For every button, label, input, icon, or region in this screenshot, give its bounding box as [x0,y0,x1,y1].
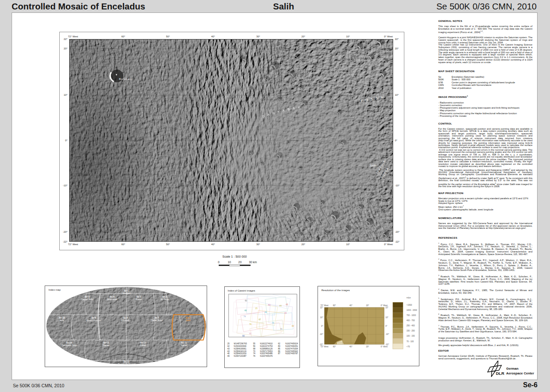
svg-text:Kasim: Kasim [136,298,142,301]
svg-text:68: 68 [253,348,256,350]
svg-text:-10°: -10° [320,333,324,335]
svg-text:67: 67 [259,319,261,321]
svg-text:Resolution of the images: Resolution of the images [321,289,350,292]
svg-text:Salih: Salih [370,164,376,167]
svg-text:62: 62 [278,343,281,345]
svg-text:N1637465486: N1637465486 [260,352,273,355]
svg-text:Salah Sulci: Salah Sulci [151,319,162,322]
svg-text:20°: 20° [366,346,369,348]
svg-text:25: 25 [227,343,230,345]
svg-text:N1602274753: N1602274753 [260,345,273,347]
svg-text:Harran: Harran [103,344,110,346]
svg-text:-10°: -10° [385,333,389,335]
svg-text:42: 42 [227,345,230,347]
svg-text:40°: 40° [349,304,352,307]
svg-text:Bahman: Bahman [119,77,132,80]
svg-text:43: 43 [286,304,288,306]
svg-text:Damascus Sulcus: Damascus Sulcus [118,363,135,365]
svg-text:Ali Baba: Ali Baba [161,298,169,301]
svg-text:87: 87 [278,352,281,355]
svg-text:400 - 700: 400 - 700 [406,319,415,322]
svg-text:44: 44 [279,305,282,307]
svg-text:N1584051633: N1584051633 [234,352,247,355]
svg-text:Index map: Index map [49,289,61,291]
svg-text:N1602274610: N1602274610 [260,343,273,345]
svg-text:N1637465624: N1637465624 [285,343,298,345]
svg-text:70 - 100: 70 - 100 [406,340,414,343]
svg-text:60°: 60° [333,346,336,348]
svg-text:Cashmere Sulci: Cashmere Sulci [61,344,76,346]
svg-text:German: German [506,367,519,371]
svg-text:Aziz: Aziz [60,319,64,322]
svg-text:N1584039961: N1584039961 [234,348,247,350]
svg-text:N1637470054: N1637470054 [285,348,298,350]
svg-text:150 - 250: 150 - 250 [406,330,415,332]
svg-text:DLR: DLR [496,371,504,376]
svg-text:40: 40 [265,311,267,313]
svg-text:74: 74 [253,352,256,355]
svg-text:10: 10 [228,261,231,264]
svg-text:Sindbad: Sindbad [122,292,131,295]
svg-text:66: 66 [249,333,252,335]
svg-text:20°: 20° [366,304,369,307]
svg-text:83: 83 [278,345,281,347]
svg-text:<70: <70 [406,346,410,348]
svg-text:700 - 1000: 700 - 1000 [406,314,416,316]
svg-text:30: 30 [249,261,252,264]
svg-text:N1597179953: N1597179953 [260,350,273,352]
svg-text:N1637469787: N1637469787 [285,352,298,355]
svg-text:Khusrau: Khusrau [122,319,130,322]
svg-text:76: 76 [253,355,256,357]
svg-text:Ebony Dorsum: Ebony Dorsum [86,319,101,322]
svg-text:40°: 40° [349,346,352,348]
svg-text:N1500063930: N1500063930 [234,345,247,347]
svg-text:10°: 10° [320,316,323,319]
svg-text:60°: 60° [333,304,336,307]
svg-text:22°: 22° [385,307,388,309]
svg-text:55: 55 [253,343,256,345]
svg-text:75: 75 [272,322,275,324]
svg-text:49: 49 [227,355,230,357]
svg-text:Index of Cassini images: Index of Cassini images [228,289,255,292]
svg-text:56: 56 [253,345,256,347]
svg-text:0°: 0° [385,325,388,327]
svg-text:100 - 150: 100 - 150 [406,335,415,337]
svg-text:76: 76 [249,323,252,325]
svg-text:0°: 0° [321,325,324,327]
svg-text:N1637466051: N1637466051 [285,345,298,347]
svg-text:46: 46 [227,352,230,355]
svg-text:43: 43 [227,348,230,350]
svg-text:45: 45 [280,328,283,330]
svg-text:25: 25 [255,307,258,310]
svg-text:65: 65 [284,312,287,314]
svg-text:63: 63 [268,304,271,306]
svg-text:N1637465942: N1637465942 [285,350,298,352]
svg-text:70: 70 [253,350,256,352]
svg-text:22°: 22° [320,307,323,309]
svg-text:0° West: 0° West [381,346,388,348]
svg-text:62: 62 [245,300,248,302]
svg-text:km: km [253,261,257,264]
svg-text:46: 46 [244,310,247,312]
svg-text:Salih: Salih [186,319,190,322]
svg-text:43: 43 [227,350,230,352]
svg-text:-22°: -22° [320,343,324,346]
svg-text:>1500: >1500 [406,304,412,306]
svg-text:86: 86 [278,350,281,352]
svg-text:20: 20 [238,261,242,264]
svg-text:N1597163387: N1597163387 [234,355,247,357]
svg-text:N1637465376: N1637465376 [260,355,273,357]
svg-text:82: 82 [292,325,294,327]
svg-text:m/px: m/px [406,297,411,299]
svg-text:0: 0 [218,261,220,264]
svg-text:Kamar: Kamar [181,344,187,346]
svg-text:72° West: 72° West [321,346,329,348]
svg-text:250 - 400: 250 - 400 [406,325,415,327]
svg-text:58: 58 [242,335,245,337]
svg-text:Shahrazad: Shahrazad [107,298,117,301]
svg-text:-22°: -22° [385,343,389,346]
svg-text:N1589850126: N1589850126 [260,348,273,350]
svg-text:74: 74 [244,316,246,318]
svg-text:Hamah Sulci: Hamah Sulci [81,298,93,301]
svg-text:1000 - 1500: 1000 - 1500 [406,309,417,311]
